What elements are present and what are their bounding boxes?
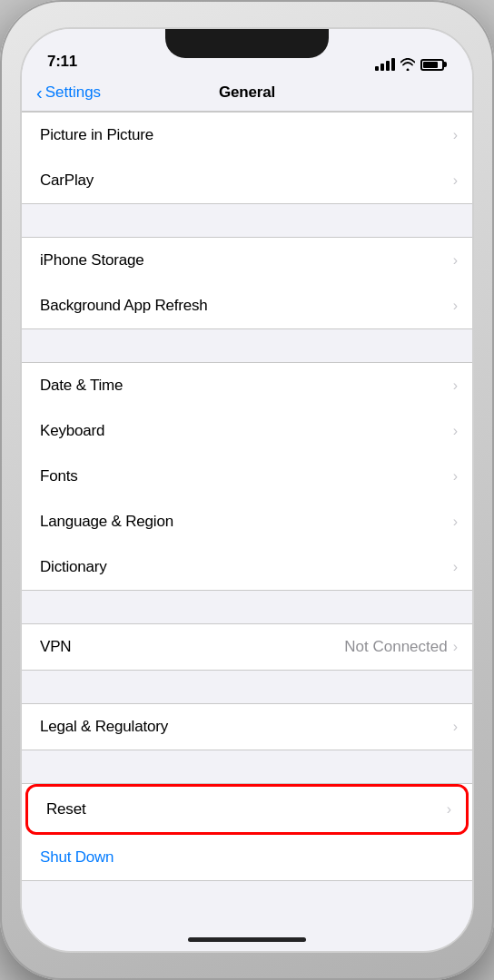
list-item-legal-regulatory[interactable]: Legal & Regulatory › (22, 704, 472, 750)
phone-screen: 7:11 ‹ (20, 27, 474, 953)
back-chevron-icon: ‹ (36, 83, 43, 102)
section-reset: Reset › Shut Down (22, 783, 472, 881)
page-title: General (219, 83, 275, 102)
chevron-icon: › (453, 514, 458, 530)
chevron-icon: › (453, 639, 458, 655)
list-item-date-time[interactable]: Date & Time › (22, 363, 472, 408)
signal-icon (375, 58, 395, 71)
section-date-etc: Date & Time › Keyboard › Fonts › (22, 362, 472, 591)
shutdown-item[interactable]: Shut Down (22, 835, 472, 880)
vpn-status: Not Connected (344, 638, 447, 656)
chevron-icon: › (453, 468, 458, 485)
back-label: Settings (45, 83, 101, 102)
chevron-icon: › (453, 423, 458, 439)
section-divider (22, 204, 472, 237)
chevron-icon: › (453, 298, 458, 314)
list-item-background-app-refresh[interactable]: Background App Refresh › (22, 283, 472, 328)
chevron-icon: › (453, 172, 458, 189)
reset-highlight: Reset › (25, 784, 469, 835)
chevron-icon: › (453, 252, 458, 269)
list-item-carplay[interactable]: CarPlay › (22, 158, 472, 203)
phone-device: 7:11 ‹ (0, 0, 494, 980)
list-item-reset[interactable]: Reset › (28, 787, 466, 832)
battery-icon (420, 59, 447, 71)
section-divider (22, 329, 472, 362)
chevron-icon: › (453, 559, 458, 575)
section-storage-refresh: iPhone Storage › Background App Refresh … (22, 237, 472, 329)
list-item-picture-in-picture[interactable]: Picture in Picture › (22, 113, 472, 158)
back-button[interactable]: ‹ Settings (36, 83, 101, 102)
section-picture-carplay: Picture in Picture › CarPlay › (22, 112, 472, 204)
status-time: 7:11 (47, 53, 77, 71)
section-legal: Legal & Regulatory › (22, 703, 472, 750)
chevron-icon: › (453, 377, 458, 394)
section-divider (22, 750, 472, 783)
scroll-content: Picture in Picture › CarPlay › iPhone St… (22, 112, 472, 945)
nav-header: ‹ Settings General (22, 76, 472, 112)
section-divider (22, 591, 472, 623)
list-item-fonts[interactable]: Fonts › (22, 454, 472, 499)
chevron-icon: › (447, 801, 451, 818)
section-divider (22, 671, 472, 703)
chevron-icon: › (453, 719, 458, 735)
notch (165, 29, 329, 58)
list-item-iphone-storage[interactable]: iPhone Storage › (22, 238, 472, 283)
list-item-vpn[interactable]: VPN Not Connected › (22, 624, 472, 670)
list-item-keyboard[interactable]: Keyboard › (22, 408, 472, 454)
shutdown-label: Shut Down (40, 848, 114, 867)
status-icons (375, 58, 447, 71)
list-item-language-region[interactable]: Language & Region › (22, 499, 472, 544)
reset-label: Reset (46, 800, 85, 818)
bottom-spacer (22, 881, 472, 914)
home-indicator (188, 937, 306, 942)
section-vpn: VPN Not Connected › (22, 623, 472, 671)
chevron-icon: › (453, 127, 458, 143)
list-item-dictionary[interactable]: Dictionary › (22, 544, 472, 590)
wifi-icon (400, 58, 415, 71)
